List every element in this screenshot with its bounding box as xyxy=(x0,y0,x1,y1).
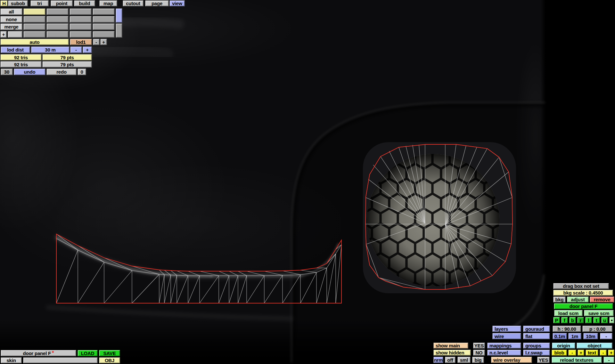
subobj-cell[interactable] xyxy=(93,31,115,38)
grid-10m-button[interactable]: 10m xyxy=(583,333,598,339)
tab-tri[interactable]: tri xyxy=(30,0,49,6)
lod-plus-button[interactable]: + xyxy=(100,39,107,45)
layers-button[interactable]: layers xyxy=(492,326,521,332)
current-object-name[interactable]: door panel F xyxy=(554,303,613,309)
view-top-button[interactable]: t xyxy=(593,317,600,323)
tab-subob[interactable]: subob xyxy=(8,0,28,6)
subobj-scrollbar-track[interactable] xyxy=(116,23,122,38)
lod-minus-button[interactable]: - xyxy=(93,39,100,45)
load-button[interactable]: LOAD xyxy=(78,350,98,356)
blob-minus-button[interactable]: - xyxy=(568,350,576,356)
app-window: H subob tri point build map cutout page … xyxy=(0,0,615,364)
subobj-cell[interactable] xyxy=(23,16,45,23)
tab-cutout[interactable]: cutout xyxy=(123,0,144,6)
text-minus-button[interactable]: - xyxy=(600,350,607,356)
reload-minus-button[interactable]: - xyxy=(603,357,614,363)
subobj-cell[interactable] xyxy=(70,16,92,23)
tab-map[interactable]: map xyxy=(99,0,117,6)
skin-button[interactable]: skin xyxy=(1,357,22,363)
camera-heading-value[interactable]: h : 90.00 xyxy=(553,326,581,332)
viewport-background[interactable] xyxy=(0,0,615,364)
subobj-cell[interactable] xyxy=(46,31,69,38)
gouraud-button[interactable]: gouraud xyxy=(523,326,550,332)
file-name[interactable]: door panel F* xyxy=(1,350,76,356)
subobj-cell[interactable] xyxy=(70,8,92,15)
tab-page[interactable]: page xyxy=(145,0,169,6)
view-left-button[interactable]: l xyxy=(585,317,592,323)
subobj-cell[interactable] xyxy=(23,23,45,30)
view-perspective-button[interactable]: P xyxy=(553,317,560,323)
wire-overlay-toggle[interactable]: wire overlay xyxy=(491,357,532,363)
lod-dist-value[interactable]: 30 m xyxy=(31,46,70,53)
view-front-button[interactable]: f xyxy=(561,317,568,323)
bkg-scale-value[interactable]: bkg scale : 0.4500 xyxy=(553,290,613,296)
subobj-cell[interactable] xyxy=(93,8,115,15)
subobj-cell[interactable] xyxy=(70,31,92,38)
show-main-toggle[interactable]: show main xyxy=(433,343,468,349)
show-main-value[interactable]: YES xyxy=(473,343,485,349)
undo-button[interactable]: undo xyxy=(14,69,45,75)
text-button[interactable]: text xyxy=(586,350,598,356)
show-hidden-value[interactable]: NO xyxy=(473,350,485,356)
subobj-row-all[interactable]: all xyxy=(0,8,22,15)
view-right-button[interactable]: r xyxy=(577,317,584,323)
nrm-button[interactable]: nrm xyxy=(433,357,443,363)
subobj-row-merge[interactable]: merge xyxy=(0,23,22,30)
wire-button[interactable]: wire xyxy=(492,333,521,339)
viewport-canvas[interactable] xyxy=(0,0,615,364)
bkg-button[interactable]: bkg xyxy=(553,296,566,303)
origin-button[interactable]: origin xyxy=(552,343,575,349)
redo-button[interactable]: redo xyxy=(46,69,77,75)
wire-overlay-value[interactable]: YES xyxy=(537,357,550,363)
load-scm-button[interactable]: load scm xyxy=(554,310,583,316)
nrm-sml-button[interactable]: sml xyxy=(457,357,471,363)
tab-point[interactable]: point xyxy=(51,0,73,6)
subobj-cell[interactable] xyxy=(93,23,115,30)
subobj-cell[interactable] xyxy=(46,8,69,15)
drag-box-status[interactable]: drag box not set xyxy=(553,283,609,289)
mappings-button[interactable]: mappings xyxy=(487,343,521,349)
nc-level-button[interactable]: n.c.level xyxy=(487,350,521,356)
flat-button[interactable]: flat xyxy=(523,333,550,339)
subobj-cell[interactable] xyxy=(70,23,92,30)
groups-button[interactable]: groups xyxy=(523,343,550,349)
subobj-cell[interactable] xyxy=(93,16,115,23)
subobj-cell[interactable] xyxy=(46,23,69,30)
save-button[interactable]: SAVE xyxy=(99,350,120,356)
lod-level-button[interactable]: lod1 xyxy=(70,39,92,45)
nrm-big-button[interactable]: big xyxy=(472,357,484,363)
save-scm-button[interactable]: save scm xyxy=(584,310,614,316)
show-hidden-toggle[interactable]: show hidden xyxy=(433,350,471,356)
subobj-cell[interactable] xyxy=(23,31,45,38)
lr-swap-button[interactable]: l.r.swap xyxy=(523,350,550,356)
grid-01m-button[interactable]: 0.1m xyxy=(553,333,567,339)
subobj-row-none[interactable]: none xyxy=(0,16,22,23)
text-plus-button[interactable]: + xyxy=(608,350,614,356)
subobj-cell-selected[interactable] xyxy=(23,8,45,15)
lod-dist-plus-button[interactable]: + xyxy=(83,46,92,53)
grid-minus-button[interactable]: - xyxy=(600,333,612,339)
skin-slot[interactable] xyxy=(23,357,98,363)
view-back-button[interactable]: b xyxy=(569,317,576,323)
undo-steps: 30 xyxy=(1,69,13,75)
tab-h[interactable]: H xyxy=(0,0,8,6)
tab-build[interactable]: build xyxy=(74,0,95,6)
lod-dist-minus-button[interactable]: - xyxy=(70,46,82,53)
view-dot-button[interactable]: ● xyxy=(609,317,614,323)
tab-view[interactable]: view xyxy=(169,0,185,6)
blob-plus-button[interactable]: + xyxy=(578,350,584,356)
blob-button[interactable]: blob xyxy=(552,350,567,356)
subobj-add-button[interactable]: + xyxy=(0,31,7,38)
bkg-remove-button[interactable]: remove xyxy=(590,296,614,303)
reload-textures-button[interactable]: reload textures xyxy=(552,357,602,363)
bkg-adjust-button[interactable]: adjust xyxy=(567,296,589,303)
subobj-cell[interactable] xyxy=(46,16,69,23)
lod-auto-button[interactable]: auto xyxy=(0,39,69,45)
obj-export-button[interactable]: OBJ xyxy=(99,357,120,363)
subobj-scrollbar-thumb[interactable] xyxy=(116,8,122,23)
grid-1m-button[interactable]: 1m xyxy=(568,333,581,339)
nrm-off-button[interactable]: off xyxy=(445,357,455,363)
camera-pitch-value[interactable]: p : 0.00 xyxy=(582,326,612,332)
view-under-button[interactable]: u xyxy=(601,317,608,323)
object-button[interactable]: object xyxy=(577,343,612,349)
